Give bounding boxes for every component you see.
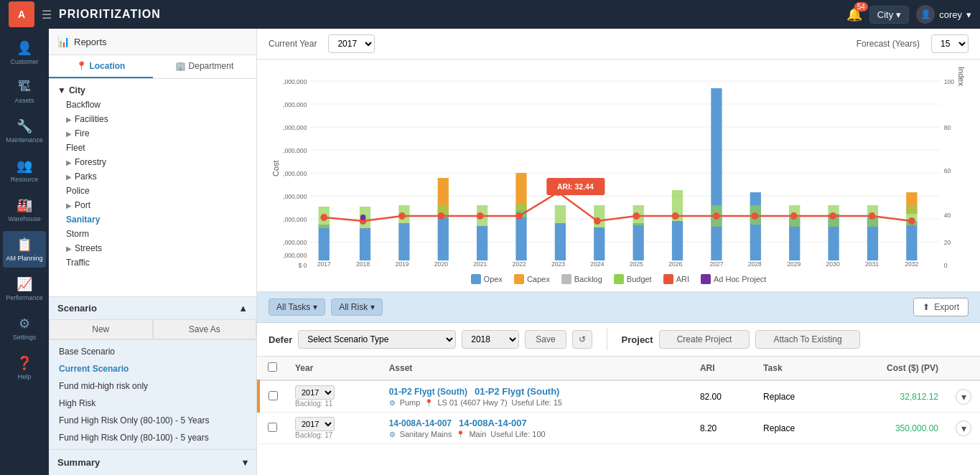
row1-year-select[interactable]: 201720182019 — [295, 385, 335, 400]
tree-item-storm[interactable]: Storm — [49, 227, 256, 241]
reset-defer-button[interactable]: ↺ — [572, 330, 592, 349]
tree-item-sanitary[interactable]: Sanitary — [49, 212, 256, 227]
tab-location[interactable]: 📍 Location — [49, 55, 153, 78]
scenario-new-button[interactable]: New — [49, 319, 153, 339]
all-risk-arrow-icon: ▾ — [370, 302, 375, 312]
tree-item-backflow[interactable]: Backflow — [49, 98, 256, 112]
app-title: PRIORITIZATION — [59, 8, 839, 21]
row2-asset-id2[interactable]: 14-008A-14-007 — [459, 418, 527, 428]
sidebar-item-warehouse[interactable]: 🏭 Warehouse — [3, 192, 46, 228]
scenario-header[interactable]: Scenario ▲ — [49, 297, 256, 319]
svg-text:ARI: 32.44: ARI: 32.44 — [557, 182, 594, 191]
tree-item-police[interactable]: Police — [49, 184, 256, 198]
export-button[interactable]: ⬆ Export — [913, 298, 969, 316]
row1-asset-meta: ⚙ Pump 📍 LS 01 (4607 Hwy 7) Useful Life:… — [389, 398, 683, 407]
notification-bell-wrap[interactable]: 🔔 54 — [846, 6, 862, 22]
facilities-arrow: ▶ — [66, 116, 72, 123]
user-menu[interactable]: 👤 corey ▾ — [916, 5, 971, 24]
row2-year-select[interactable]: 201720182019 — [295, 417, 335, 431]
legend-ari-label: ARI — [676, 275, 689, 283]
scenario-item-fund-high-2[interactable]: Fund High Risk Only (80-100) - 5 years — [49, 429, 256, 446]
defer-year-select[interactable]: 2018201720192020 — [462, 330, 519, 349]
sidebar-label-customer: Customer — [10, 58, 38, 65]
row1-checkbox-cell — [258, 380, 286, 413]
save-defer-button[interactable]: Save — [525, 330, 566, 349]
create-project-button[interactable]: Create Project — [659, 330, 750, 349]
chart-svg: $ 45,000,000 $ 40,000,000 $ 35,000,000 $… — [283, 67, 954, 268]
sidebar-item-performance[interactable]: 📈 Performance — [3, 271, 46, 307]
row1-checkbox[interactable] — [269, 391, 278, 400]
svg-text:2020: 2020 — [434, 260, 448, 268]
left-panel: 📊 Reports 📍 Location 🏢 Department ▼ City… — [49, 29, 257, 475]
legend-capex-color — [514, 274, 524, 284]
streets-arrow: ▶ — [66, 245, 72, 253]
forecast-years-select[interactable]: 155102025 — [931, 34, 969, 53]
tree-item-fire[interactable]: ▶ Fire — [49, 126, 256, 141]
tree-item-parks[interactable]: ▶ Parks — [49, 169, 256, 184]
svg-text:2032: 2032 — [905, 260, 918, 268]
legend-backlog-color — [561, 274, 571, 284]
svg-point-68 — [672, 212, 679, 220]
scenario-item-mid-high[interactable]: Fund mid-high risk only — [49, 377, 256, 395]
col-task: Task — [755, 357, 834, 380]
summary-bar[interactable]: Summary ▾ — [49, 449, 256, 475]
scenario-item-current[interactable]: Current Scenario — [49, 360, 256, 377]
scenario-item-high-risk[interactable]: High Risk — [49, 395, 256, 412]
tree-item-port[interactable]: ▶ Port — [49, 198, 256, 212]
sidebar-item-settings[interactable]: ⚙ Settings — [3, 310, 46, 347]
svg-text:$ 15,000,000: $ 15,000,000 — [283, 216, 307, 223]
tree-root-city[interactable]: ▼ City — [49, 83, 256, 98]
scenario-item-fund-high-1[interactable]: Fund High Risk Only (80-100) - 5 Years — [49, 412, 256, 429]
row1-asset-id1[interactable]: 01-P2 Flygt (South) — [389, 387, 467, 397]
scenario-item-base[interactable]: Base Scenario — [49, 343, 256, 360]
sidebar-item-am-planning[interactable]: 📋 AM Planning — [3, 231, 46, 268]
scenario-saveas-button[interactable]: Save As — [153, 319, 257, 339]
row1-asset-id2[interactable]: 01-P2 Flygt (South) — [475, 386, 559, 397]
icon-sidebar: 👤 Customer 🏗 Assets 🔧 Maintenance 👥 Reso… — [0, 29, 49, 475]
tree-item-forestry[interactable]: ▶ Forestry — [49, 155, 256, 169]
sidebar-label-resource: Resource — [11, 176, 39, 183]
svg-point-75 — [360, 215, 366, 220]
table-row: 201720182019 Backlog: 17 14-008A-14-007 … — [258, 413, 980, 444]
row1-location: LS 01 (4607 Hwy 7) — [437, 398, 507, 407]
tree-item-facilities[interactable]: ▶ Facilities — [49, 112, 256, 126]
row2-checkbox[interactable] — [268, 423, 277, 432]
svg-text:0: 0 — [944, 262, 948, 268]
sidebar-item-customer[interactable]: 👤 Customer — [3, 34, 46, 71]
traffic-label: Traffic — [66, 258, 90, 268]
export-icon: ⬆ — [923, 302, 930, 312]
row2-asset-id1[interactable]: 14-008A-14-007 — [389, 418, 452, 428]
city-dropdown[interactable]: City ▾ — [869, 6, 909, 24]
current-year-select[interactable]: 20172016201520182019 — [328, 34, 375, 53]
tree-item-fleet[interactable]: Fleet — [49, 141, 256, 155]
legend-opex-label: Opex — [484, 275, 503, 283]
svg-text:2024: 2024 — [590, 260, 604, 268]
all-risk-filter[interactable]: All Risk ▾ — [331, 298, 383, 316]
row1-ari: 82.00 — [691, 380, 755, 413]
legend-backlog: Backlog — [561, 274, 602, 284]
tree-item-traffic[interactable]: Traffic — [49, 255, 256, 270]
legend-opex: Opex — [471, 274, 503, 284]
row1-backlog-badge: Backlog: 11 — [295, 400, 372, 408]
row1-expand-button[interactable]: ▾ — [956, 389, 971, 405]
select-all-checkbox[interactable] — [268, 362, 277, 372]
sidebar-item-maintenance[interactable]: 🔧 Maintenance — [3, 113, 46, 149]
scenario-type-select[interactable]: Select Scenario Type — [298, 330, 456, 349]
scenario-collapse-icon: ▲ — [238, 303, 248, 314]
tab-department[interactable]: 🏢 Department — [153, 55, 257, 78]
row2-expand-button[interactable]: ▾ — [956, 420, 971, 436]
performance-icon: 📈 — [17, 276, 32, 292]
reports-label[interactable]: Reports — [74, 37, 107, 47]
sidebar-item-help[interactable]: ❓ Help — [3, 349, 46, 386]
svg-text:$ 10,000,000: $ 10,000,000 — [283, 239, 307, 246]
sidebar-item-assets[interactable]: 🏗 Assets — [3, 74, 46, 110]
sidebar-item-resource[interactable]: 👥 Resource — [3, 152, 46, 189]
y-axis-index-label: Index — [954, 67, 969, 270]
svg-text:2018: 2018 — [356, 260, 370, 268]
attach-to-existing-button[interactable]: Attach To Existing — [755, 330, 859, 349]
all-tasks-filter[interactable]: All Tasks ▾ — [269, 298, 325, 316]
legend-adhoc-label: Ad Hoc Project — [714, 275, 766, 283]
data-table: Year Asset ARI Task Cost ($) (PV) — [257, 357, 980, 444]
tree-item-streets[interactable]: ▶ Streets — [49, 241, 256, 255]
hamburger-icon[interactable]: ☰ — [42, 8, 52, 22]
